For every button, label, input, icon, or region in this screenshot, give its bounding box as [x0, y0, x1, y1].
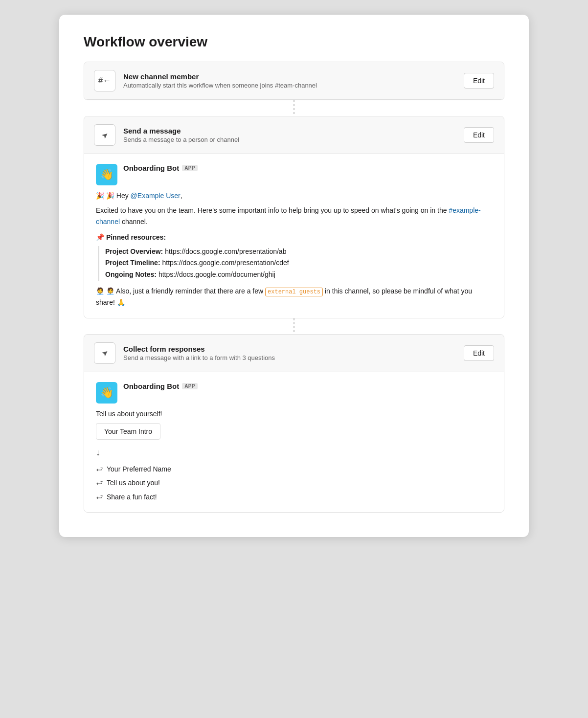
- question-text-1: Your Preferred Name: [107, 464, 171, 474]
- hash-join-icon: #←: [98, 76, 111, 86]
- send-message-header: ➤ Send a message Sends a message to a pe…: [84, 116, 504, 154]
- message-body-text: Excited to have you on the team. Here's …: [96, 206, 449, 214]
- send-icon: ➤: [99, 130, 110, 141]
- pinned-url-2: https://docs.google.com/presentation/cde…: [162, 259, 289, 267]
- send-message-card: ➤ Send a message Sends a message to a pe…: [84, 116, 504, 318]
- connector-1: [84, 100, 504, 116]
- trigger-card: #← New channel member Automatically star…: [84, 62, 504, 100]
- send-message-icon-box: ➤: [94, 124, 115, 146]
- collect-form-card: ➤ Collect form responses Send a message …: [84, 334, 504, 513]
- trigger-edit-button[interactable]: Edit: [464, 73, 494, 89]
- collect-form-edit-button[interactable]: Edit: [464, 345, 494, 361]
- pinned-item-1: Project Overview: https://docs.google.co…: [105, 246, 492, 258]
- question-text-2: Tell us about you!: [107, 477, 160, 488]
- greeting-emoji: 🎉: [96, 192, 104, 200]
- app-badge-2: APP: [182, 383, 197, 389]
- form-question-1: ⮐ Your Preferred Name: [96, 464, 492, 474]
- bot-avatar-2: 👋: [96, 382, 117, 404]
- form-question-3: ⮐ Share a fun fact!: [96, 492, 492, 502]
- pinned-label-3: Ongoing Notes:: [105, 270, 157, 278]
- wave-emoji: 👋: [100, 168, 113, 181]
- bot-header-2: 👋 Onboarding Bot APP: [96, 382, 492, 404]
- pinned-url-3: https://docs.google.com/document/ghij: [158, 270, 275, 278]
- send-message-title: Send a message: [123, 127, 456, 135]
- pinned-url-1: https://docs.google.com/presentation/ab: [165, 247, 286, 255]
- bot-message-1: 🎉 🎉 Hey @Example User, Excited to have y…: [96, 190, 492, 308]
- page-container: Workflow overview #← New channel member …: [59, 15, 529, 537]
- collect-form-icon-box: ➤: [94, 342, 115, 364]
- collect-icon: ➤: [99, 347, 110, 359]
- greeting-hey: 🎉 Hey: [106, 192, 131, 200]
- message-preview-1: 👋 Onboarding Bot APP 🎉 🎉 Hey @Example Us…: [84, 154, 504, 318]
- message-preview-2: 👋 Onboarding Bot APP Tell us about yours…: [84, 372, 504, 512]
- external-badge: external guests: [265, 288, 323, 296]
- trigger-icon-box: #←: [94, 70, 115, 91]
- trigger-description: Automatically start this workflow when s…: [123, 82, 456, 89]
- pinned-section: 📌 Pinned resources: Project Overview: ht…: [96, 232, 492, 281]
- connector-line-1: [294, 100, 294, 116]
- question-icon-3: ⮐: [96, 492, 103, 502]
- mention-user: @Example User: [131, 192, 181, 200]
- pinned-label-1: Project Overview:: [105, 247, 163, 255]
- pinned-title: 📌 Pinned resources:: [96, 232, 492, 243]
- pinned-list: Project Overview: https://docs.google.co…: [98, 246, 492, 281]
- send-message-edit-button[interactable]: Edit: [464, 127, 494, 143]
- message-body-end: channel.: [120, 218, 148, 225]
- collect-form-header: ➤ Collect form responses Send a message …: [84, 335, 504, 372]
- question-text-3: Share a fun fact!: [107, 492, 157, 502]
- collect-form-info: Collect form responses Send a message wi…: [123, 345, 456, 361]
- send-message-info: Send a message Sends a message to a pers…: [123, 127, 456, 143]
- connector-2: [84, 318, 504, 334]
- send-message-description: Sends a message to a person or channel: [123, 136, 456, 143]
- bot-name-1: Onboarding Bot: [123, 164, 179, 172]
- pinned-label-2: Project Timeline:: [105, 259, 160, 267]
- collect-form-title: Collect form responses: [123, 345, 456, 353]
- connector-line-2: [294, 318, 294, 334]
- message-body: Excited to have you on the team. Here's …: [96, 205, 492, 227]
- app-badge-1: APP: [182, 165, 197, 171]
- question-icon-1: ⮐: [96, 464, 103, 474]
- arrow-down-icon: ↓: [96, 446, 492, 460]
- message-greeting: 🎉 🎉 Hey @Example User,: [96, 190, 492, 201]
- form-question-2: ⮐ Tell us about you!: [96, 477, 492, 488]
- bot-name-row-1: Onboarding Bot APP: [123, 164, 198, 172]
- greeting-comma: ,: [181, 192, 182, 200]
- page-title: Workflow overview: [84, 34, 504, 50]
- bot-header-1: 👋 Onboarding Bot APP: [96, 164, 492, 185]
- wave-emoji-2: 👋: [100, 386, 113, 399]
- bot-name-section-2: Onboarding Bot APP: [123, 382, 198, 390]
- external-pre: 🧑‍💼 Also, just a friendly reminder that …: [106, 287, 265, 295]
- trigger-header: #← New channel member Automatically star…: [84, 62, 504, 100]
- bot-name-row-2: Onboarding Bot APP: [123, 382, 198, 390]
- bot-name-section-1: Onboarding Bot APP: [123, 164, 198, 172]
- question-icon-2: ⮐: [96, 477, 103, 488]
- bot-name-2: Onboarding Bot: [123, 382, 179, 390]
- bot-avatar-1: 👋: [96, 164, 117, 185]
- pinned-item-2: Project Timeline: https://docs.google.co…: [105, 257, 492, 269]
- form-questions: ⮐ Your Preferred Name ⮐ Tell us about yo…: [96, 464, 492, 502]
- pinned-item-3: Ongoing Notes: https://docs.google.com/d…: [105, 269, 492, 281]
- form-intro-text: Tell us about yourself!: [96, 408, 492, 419]
- collect-form-description: Send a message with a link to a form wit…: [123, 354, 456, 361]
- bot-message-2: Tell us about yourself! Your Team Intro …: [96, 408, 492, 502]
- trigger-info: New channel member Automatically start t…: [123, 72, 456, 89]
- external-message: 🧑‍💼 🧑‍💼 Also, just a friendly reminder t…: [96, 286, 492, 308]
- form-title-button[interactable]: Your Team Intro: [96, 423, 160, 440]
- external-emoji: 🧑‍💼: [96, 287, 104, 295]
- trigger-title: New channel member: [123, 72, 456, 81]
